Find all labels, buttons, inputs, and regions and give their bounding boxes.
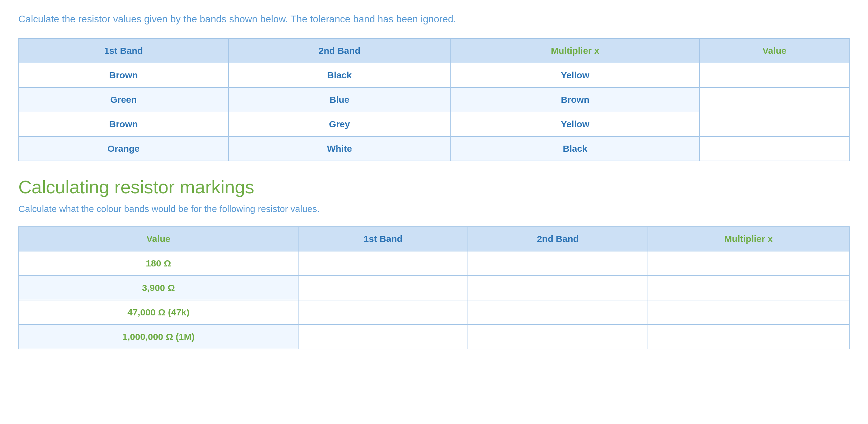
table1-header-band2: 2nd Band bbox=[228, 38, 451, 63]
table2-row1-band1[interactable] bbox=[298, 251, 468, 275]
section-description: Calculate what the colour bands would be… bbox=[19, 204, 849, 214]
table1-row2-value[interactable] bbox=[700, 88, 849, 112]
table2-row4-multiplier[interactable] bbox=[648, 325, 849, 349]
table1-row2-multiplier: Brown bbox=[451, 88, 700, 112]
table1-row1-band2: Black bbox=[228, 63, 451, 88]
table1-row1-band1: Brown bbox=[19, 63, 228, 88]
table2-row4-band2[interactable] bbox=[468, 325, 648, 349]
table1-row1-multiplier: Yellow bbox=[451, 63, 700, 88]
section-heading: Calculating resistor markings bbox=[19, 176, 849, 198]
table2-row4-value: 1,000,000 Ω (1M) bbox=[19, 325, 298, 349]
table1-header-multiplier: Multiplier x bbox=[451, 38, 700, 63]
table1-row4-multiplier: Black bbox=[451, 136, 700, 161]
table1-row1-value[interactable] bbox=[700, 63, 849, 88]
table-row: 1,000,000 Ω (1M) bbox=[19, 325, 849, 349]
table1-header-band1: 1st Band bbox=[19, 38, 228, 63]
table2-row3-band1[interactable] bbox=[298, 300, 468, 325]
table2-header-value: Value bbox=[19, 227, 298, 251]
table2-header-band1: 1st Band bbox=[298, 227, 468, 251]
intro-text: Calculate the resistor values given by t… bbox=[19, 12, 849, 26]
table2-row2-value: 3,900 Ω bbox=[19, 275, 298, 300]
table1-row3-band2: Grey bbox=[228, 112, 451, 136]
table-row: Orange White Black bbox=[19, 136, 849, 161]
table1-row3-band1: Brown bbox=[19, 112, 228, 136]
table2-header-band2: 2nd Band bbox=[468, 227, 648, 251]
table-row: Brown Grey Yellow bbox=[19, 112, 849, 136]
table2-row2-band1[interactable] bbox=[298, 275, 468, 300]
table2-row4-band1[interactable] bbox=[298, 325, 468, 349]
table2-row2-band2[interactable] bbox=[468, 275, 648, 300]
table2-container: Value 1st Band 2nd Band Multiplier x 180… bbox=[19, 226, 849, 349]
table-row: 3,900 Ω bbox=[19, 275, 849, 300]
table1-header-row: 1st Band 2nd Band Multiplier x Value bbox=[19, 38, 849, 63]
table-row: 180 Ω bbox=[19, 251, 849, 275]
table1-row2-band1: Green bbox=[19, 88, 228, 112]
table1-header-value: Value bbox=[700, 38, 849, 63]
table-row: 47,000 Ω (47k) bbox=[19, 300, 849, 325]
table1-row4-band1: Orange bbox=[19, 136, 228, 161]
table-row: Brown Black Yellow bbox=[19, 63, 849, 88]
table1-row3-value[interactable] bbox=[700, 112, 849, 136]
table2-row1-value: 180 Ω bbox=[19, 251, 298, 275]
table2-row3-value: 47,000 Ω (47k) bbox=[19, 300, 298, 325]
table2-header-multiplier: Multiplier x bbox=[648, 227, 849, 251]
table1-row2-band2: Blue bbox=[228, 88, 451, 112]
table1-row3-multiplier: Yellow bbox=[451, 112, 700, 136]
table1-row4-value[interactable] bbox=[700, 136, 849, 161]
table-row: Green Blue Brown bbox=[19, 88, 849, 112]
table2-row1-multiplier[interactable] bbox=[648, 251, 849, 275]
table1-row4-band2: White bbox=[228, 136, 451, 161]
table1-container: 1st Band 2nd Band Multiplier x Value Bro… bbox=[19, 38, 849, 161]
resistor-markings-table: Value 1st Band 2nd Band Multiplier x 180… bbox=[19, 226, 849, 349]
table2-row1-band2[interactable] bbox=[468, 251, 648, 275]
table2-row3-multiplier[interactable] bbox=[648, 300, 849, 325]
table2-row3-band2[interactable] bbox=[468, 300, 648, 325]
resistor-values-table: 1st Band 2nd Band Multiplier x Value Bro… bbox=[19, 38, 849, 161]
table2-row2-multiplier[interactable] bbox=[648, 275, 849, 300]
table2-header-row: Value 1st Band 2nd Band Multiplier x bbox=[19, 227, 849, 251]
